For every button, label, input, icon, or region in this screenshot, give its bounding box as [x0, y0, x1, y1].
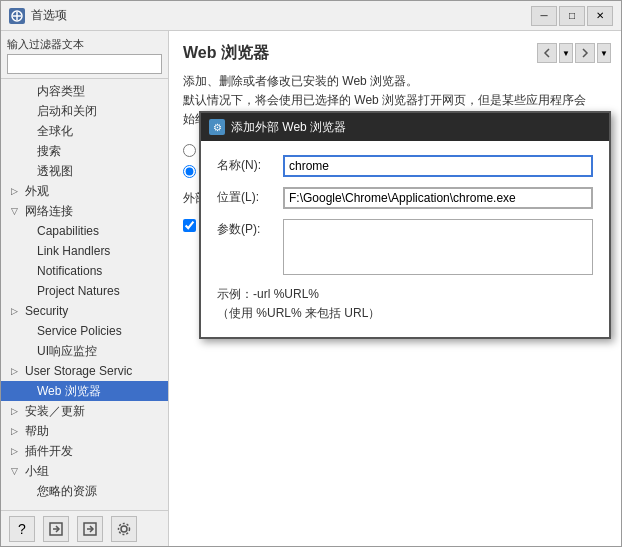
tree-item-label: User Storage Servic [25, 364, 132, 378]
svg-point-7 [121, 526, 127, 532]
tree-item-label: Security [25, 304, 68, 318]
close-button[interactable]: ✕ [587, 6, 613, 26]
tree-item-project-natures[interactable]: Project Natures [1, 281, 168, 301]
tree-item-label: 启动和关闭 [37, 103, 97, 120]
main-window: 首选项 ─ □ ✕ 输入过滤器文本 内容类型 启动和关闭 [0, 0, 622, 547]
bottom-toolbar: ? [1, 510, 168, 546]
desc-line1: 添加、删除或者修改已安装的 Web 浏览器。 [183, 74, 418, 88]
tree-item-label: 全球化 [37, 123, 73, 140]
tree-item-label: Capabilities [37, 224, 99, 238]
settings-button[interactable] [111, 516, 137, 542]
dialog-name-row: 名称(N): [217, 155, 593, 177]
dialog-location-row: 位置(L): [217, 187, 593, 209]
help-button[interactable]: ? [9, 516, 35, 542]
tree-item-web-browser[interactable]: Web 浏览器 [1, 381, 168, 401]
tree-item-label: Web 浏览器 [37, 383, 101, 400]
hint-line1: 示例：-url %URL% [217, 287, 319, 301]
tree-item-label: 帮助 [25, 423, 49, 440]
name-input[interactable] [283, 155, 593, 177]
back-arrow[interactable] [537, 43, 557, 63]
external-browser-radio[interactable] [183, 165, 196, 178]
tree-item-label: Service Policies [37, 324, 122, 338]
tree-item-label: 您略的资源 [37, 483, 97, 500]
tree-item-label: 透视图 [37, 163, 73, 180]
expand-icon: ▽ [11, 466, 21, 476]
tree-item-link-handlers[interactable]: Link Handlers [1, 241, 168, 261]
tree-item-label: 插件开发 [25, 443, 73, 460]
tree-item-appearance[interactable]: ▷ 外观 [1, 181, 168, 201]
minimize-button[interactable]: ─ [531, 6, 557, 26]
dialog-titlebar: ⚙ 添加外部 Web 浏览器 [201, 113, 609, 141]
tree-item-label: Link Handlers [37, 244, 110, 258]
tree-item-search[interactable]: 搜索 [1, 141, 168, 161]
name-label: 名称(N): [217, 155, 277, 174]
window-body: 输入过滤器文本 内容类型 启动和关闭 全球化 [1, 31, 621, 546]
tree-item-ui-response[interactable]: UI响应监控 [1, 341, 168, 361]
tree-item-install-update[interactable]: ▷ 安装／更新 [1, 401, 168, 421]
tree-item-startup[interactable]: 启动和关闭 [1, 101, 168, 121]
title-bar: 首选项 ─ □ ✕ [1, 1, 621, 31]
tree-item-label: 搜索 [37, 143, 61, 160]
maximize-button[interactable]: □ [559, 6, 585, 26]
title-bar-left: 首选项 [9, 7, 67, 24]
tree-item-label: Project Natures [37, 284, 120, 298]
tree-item-capabilities[interactable]: Capabilities [1, 221, 168, 241]
location-input[interactable] [283, 187, 593, 209]
right-panel: ▼ ▼ Web 浏览器 添加、删除或者修改已安装的 Web 浏览器。 默认情况下… [169, 31, 621, 546]
filter-wrapper: 输入过滤器文本 [1, 31, 168, 79]
expand-icon: ▷ [11, 426, 21, 436]
location-label: 位置(L): [217, 187, 277, 206]
back-dropdown[interactable]: ▼ [559, 43, 573, 63]
tree-item-notifications[interactable]: Notifications [1, 261, 168, 281]
tree-item-global[interactable]: 全球化 [1, 121, 168, 141]
expand-icon: ▷ [11, 406, 21, 416]
forward-arrow[interactable] [575, 43, 595, 63]
desc-line2: 默认情况下，将会使用已选择的 Web 浏览器打开网页，但是某些应用程序会 [183, 93, 586, 107]
params-textarea[interactable] [283, 219, 593, 275]
default-browser-checkbox[interactable] [183, 219, 196, 232]
tree-item-label: UI响应监控 [37, 343, 97, 360]
expand-icon: ▽ [11, 206, 21, 216]
tree-item-plugin-dev[interactable]: ▷ 插件开发 [1, 441, 168, 461]
dialog-title: 添加外部 Web 浏览器 [231, 119, 601, 136]
dialog-body: 名称(N): 位置(L): 参数(P): 示例：-url %URL% [201, 141, 609, 337]
window-title: 首选项 [31, 7, 67, 24]
dialog-title-icon: ⚙ [209, 119, 225, 135]
tree-item-label: 网络连接 [25, 203, 73, 220]
forward-dropdown[interactable]: ▼ [597, 43, 611, 63]
dialog-params-row: 参数(P): [217, 219, 593, 275]
add-browser-dialog: ⚙ 添加外部 Web 浏览器 名称(N): 位置(L): [199, 111, 611, 339]
tree-item-label: 内容类型 [37, 83, 85, 100]
tree-item-label: Notifications [37, 264, 102, 278]
tree-item-security[interactable]: ▷ Security [1, 301, 168, 321]
filter-input[interactable] [7, 54, 162, 74]
app-icon [9, 8, 25, 24]
filter-label: 输入过滤器文本 [7, 37, 162, 52]
expand-icon: ▷ [11, 186, 21, 196]
export-button[interactable] [77, 516, 103, 542]
tree-item-help[interactable]: ▷ 帮助 [1, 421, 168, 441]
gear-icon: ⚙ [213, 122, 222, 133]
tree-item-label: 外观 [25, 183, 49, 200]
tree-item-your-resource[interactable]: 您略的资源 [1, 481, 168, 501]
expand-icon: ▷ [11, 306, 21, 316]
tree-item-network[interactable]: ▽ 网络连接 [1, 201, 168, 221]
import-button[interactable] [43, 516, 69, 542]
tree-item-label: 安装／更新 [25, 403, 85, 420]
right-nav: ▼ ▼ [537, 43, 611, 63]
left-panel: 输入过滤器文本 内容类型 启动和关闭 全球化 [1, 31, 169, 546]
expand-icon: ▷ [11, 366, 21, 376]
params-label: 参数(P): [217, 219, 277, 238]
tree-item-service-policies[interactable]: Service Policies [1, 321, 168, 341]
tree-item-content-types[interactable]: 内容类型 [1, 81, 168, 101]
tree-item-label: 小组 [25, 463, 49, 480]
tree-container: 内容类型 启动和关闭 全球化 搜索 透视图 [1, 79, 168, 510]
internal-browser-radio[interactable] [183, 144, 196, 157]
expand-icon: ▷ [11, 446, 21, 456]
tree-item-group[interactable]: ▽ 小组 [1, 461, 168, 481]
tree-item-user-storage[interactable]: ▷ User Storage Servic [1, 361, 168, 381]
svg-point-8 [119, 523, 130, 534]
hint-line2: （使用 %URL% 来包括 URL） [217, 306, 380, 320]
dialog-hint: 示例：-url %URL% （使用 %URL% 来包括 URL） [217, 285, 593, 323]
tree-item-perspective[interactable]: 透视图 [1, 161, 168, 181]
